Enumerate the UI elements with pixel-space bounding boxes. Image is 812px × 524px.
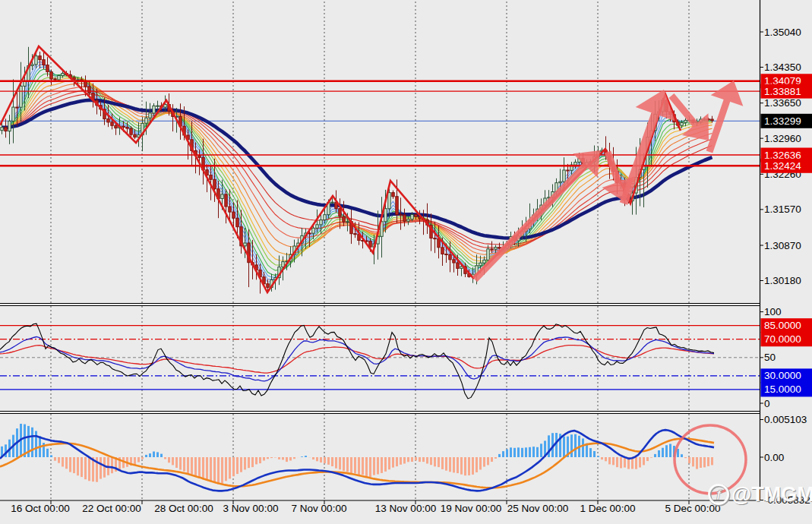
scale-label: 0.00 [764, 452, 784, 463]
scale-badge-label: 1.32424 [764, 160, 801, 172]
scale-label: 100 [764, 306, 782, 317]
candle-body [396, 197, 398, 215]
scale-label: 1.33650 [764, 97, 801, 109]
candle-body [681, 122, 683, 125]
candle-body [198, 156, 201, 158]
scale-label: 1.34350 [764, 62, 801, 73]
candle-body [438, 239, 440, 248]
candle-body [453, 260, 455, 263]
candle-body [434, 238, 436, 239]
candle-body [491, 249, 493, 250]
candle-body [684, 120, 687, 122]
candle-body [346, 222, 349, 223]
scale-label: 1.30870 [764, 240, 801, 251]
candle-body [574, 163, 577, 166]
candle-body [153, 106, 155, 113]
scale-label: 1.32960 [764, 133, 801, 144]
candle-body [403, 215, 406, 221]
candle-body [20, 86, 22, 107]
scale-badge-label: 1.33299 [764, 115, 801, 127]
main-price-panel[interactable] [0, 46, 760, 294]
candle-body [267, 284, 269, 288]
watermark: f@TMGM@TMGM [709, 483, 812, 507]
scale-label: 0 [764, 398, 770, 409]
scale-badge-label: 70.0000 [764, 333, 801, 345]
candle-body [559, 182, 561, 183]
candle-body [494, 248, 497, 250]
candle-body [232, 212, 235, 218]
candle-body [35, 56, 37, 65]
candle-body [31, 65, 33, 66]
candle-body [282, 262, 284, 267]
scale-badge-label: 1.33881 [764, 86, 801, 97]
rsi-slow-line [0, 346, 714, 374]
candle-body [62, 74, 64, 76]
candle-body [339, 209, 341, 216]
candle-body [244, 243, 246, 246]
candle-body [563, 170, 565, 182]
candle-body [164, 105, 166, 108]
time-label: 1 Dec 00:00 [580, 503, 636, 514]
scale-label: 1.30180 [764, 275, 801, 286]
down-arrow-annotation[interactable] [671, 96, 709, 140]
watermark-text: @TMGM [731, 483, 812, 506]
candle-body [221, 194, 223, 199]
scale-badge-label: 30.0000 [764, 370, 801, 381]
candle-body [460, 267, 463, 269]
time-label: 22 Oct 00:00 [82, 503, 141, 514]
candle-body [331, 202, 333, 203]
candle-body [415, 215, 417, 217]
candle-body [400, 215, 402, 216]
candle-body [88, 87, 90, 93]
candle-body [407, 219, 409, 222]
price-scale[interactable]: 1.350401.343501.336501.329601.322601.315… [760, 27, 812, 507]
time-label: 25 Nov 00:00 [507, 503, 568, 514]
candle-body [308, 233, 311, 234]
candle-body [411, 215, 413, 219]
candle-body [58, 76, 60, 80]
time-axis[interactable]: 16 Oct 00:0022 Oct 00:0028 Oct 00:003 No… [11, 500, 720, 514]
candle-body [54, 79, 56, 80]
time-label: 3 Nov 00:00 [223, 503, 279, 514]
candle-body [213, 179, 216, 188]
candle-body [115, 125, 117, 128]
candle-body [16, 107, 18, 108]
candle-body [130, 128, 132, 134]
time-label: 28 Oct 00:00 [154, 503, 213, 514]
candle-body [320, 220, 322, 225]
candle-body [236, 218, 239, 226]
candle-body [343, 216, 345, 222]
candle-body [46, 65, 49, 72]
time-label: 5 Dec 00:00 [665, 503, 721, 514]
candle-body [457, 263, 459, 268]
candle-body [107, 119, 109, 122]
candle-body [50, 72, 52, 80]
candle-body [711, 119, 713, 121]
candle-body [111, 122, 113, 125]
time-label: 16 Oct 00:00 [11, 503, 69, 514]
time-label: 7 Nov 00:00 [292, 503, 347, 514]
scale-label: 1.35040 [764, 27, 801, 38]
candle-body [225, 194, 227, 207]
candle-body [229, 207, 231, 212]
candle-body [145, 118, 147, 123]
candle-body [1, 128, 3, 131]
macd-panel[interactable] [0, 424, 746, 494]
scale-label: 1.31570 [764, 204, 801, 215]
candle-body [8, 121, 11, 131]
candle-body [487, 249, 489, 260]
oscillator-panel[interactable] [0, 324, 760, 399]
candle-body [12, 107, 14, 121]
candle-body [312, 228, 314, 233]
candle-body [43, 60, 45, 65]
candles[interactable] [1, 47, 713, 294]
candle-body [392, 193, 394, 197]
candle-body [445, 254, 447, 255]
candle-body [156, 106, 159, 106]
candle-body [384, 209, 387, 222]
candle-body [316, 225, 318, 229]
chart-canvas[interactable]: 1.350401.343501.336501.329601.322601.315… [0, 0, 812, 524]
candle-body [84, 81, 87, 87]
candle-body [567, 170, 569, 171]
candle-body [479, 263, 482, 266]
